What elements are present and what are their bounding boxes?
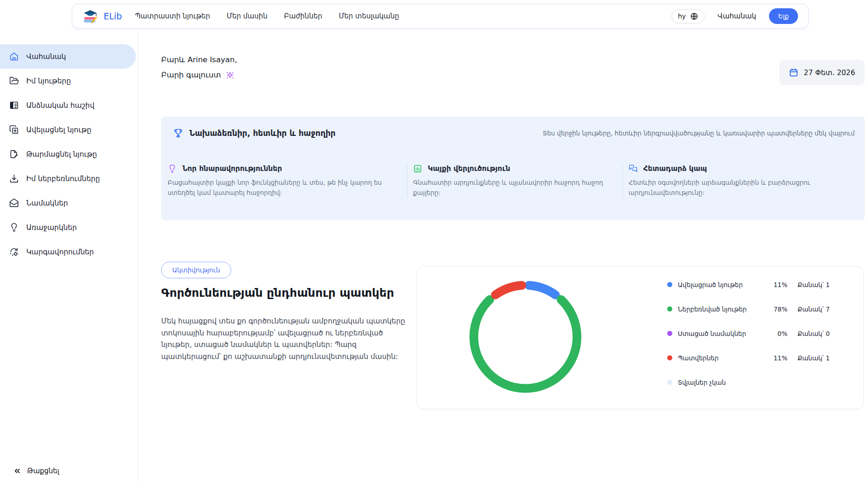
add-document-icon [9, 125, 19, 135]
legend-percent: 78% [766, 306, 787, 313]
brand[interactable]: ELib [82, 9, 122, 24]
activity-chart-card: Ավելացրած նյութեր11%Քանակ՝ 1Ներբեռնված ն… [417, 266, 864, 409]
sidebar: ՎահանակԻմ նյութերըԱնձնական հաշիվԱվելացնե… [0, 32, 138, 482]
hero-title-text: Նախաձեռնիր, հետևիր և հաջողիր [189, 129, 336, 138]
main-content: Բարև Arine Isayan, Բարի գալուստ [138, 32, 868, 482]
sidebar-menu: ՎահանակԻմ նյութերըԱնձնական հաշիվԱվելացնե… [0, 32, 138, 264]
sidebar-item-label: Առաջարկներ [26, 223, 77, 232]
navbar-link[interactable]: Բաժիններ [284, 12, 322, 20]
brand-name: ELib [104, 11, 122, 21]
sidebar-item[interactable]: Ավելացնել նյութը [0, 118, 138, 142]
edit-document-icon [9, 149, 19, 159]
chart-legend: Ավելացրած նյութեր11%Քանակ՝ 1Ներբեռնված ն… [667, 272, 842, 394]
sidebar-item-label: Կարգավորումներ [26, 248, 94, 256]
legend-label: Պատվերներ [678, 354, 766, 362]
legend-dot [667, 355, 672, 360]
globe-icon [690, 12, 698, 20]
navbar-link[interactable]: Մեր մասին [227, 12, 267, 20]
legend-percent: 0% [766, 330, 787, 337]
chevrons-left-icon [13, 467, 21, 475]
activity-description: Մեկ հայացքով տես քո գործունեության ամբող… [161, 316, 415, 363]
greeting-line2: Բարի գալուստ [161, 71, 221, 79]
legend-count: Քանակ՝ 7 [798, 306, 842, 313]
dashboard-link[interactable]: Վահանակ [717, 12, 756, 20]
donut-segment [495, 285, 522, 295]
greeting-line1: Բարև Arine Isayan, [161, 56, 237, 64]
feature-text: Բացահայտիր կայքի նոր ֆունկցիաները և տես,… [168, 178, 393, 198]
sidebar-item[interactable]: Իմ նյութերը [0, 69, 138, 93]
date-text: 27 Փետ. 2026 [804, 69, 855, 77]
sidebar-item[interactable]: Առաջարկներ [0, 215, 138, 240]
activity-badge[interactable]: Ակտիվություն [161, 262, 231, 278]
navbar-link[interactable]: Մեր տեսլականը [339, 12, 399, 20]
download-icon [9, 174, 19, 183]
hero-feature: Կայքի վերլուծությունԳնահատիր արդյունքներ… [407, 164, 623, 198]
legend-percent: 11% [766, 281, 787, 288]
sidebar-item[interactable]: Թարմացնել նյութը [0, 142, 138, 166]
legend-dot [667, 331, 672, 336]
legend-label: Ավելացրած նյութեր [678, 281, 766, 288]
sidebar-item[interactable]: Իմ ներբեռնումները [0, 166, 138, 191]
donut-chart [456, 268, 594, 406]
sidebar-item-label: Նամակներ [26, 199, 68, 207]
sidebar-item-label: Ավելացնել նյութը [26, 126, 91, 134]
lightbulb-icon [9, 223, 19, 232]
legend-count: Քանակ՝ 1 [798, 281, 842, 288]
hero-card: Նախաձեռնիր, հետևիր և հաջողիր Տես վերջին … [161, 117, 865, 220]
legend-label: Տվյալներ չկան [678, 379, 766, 386]
legend-row: Պատվերներ11%Քանակ՝ 1 [667, 346, 842, 370]
topbar-right: hy Վահանակ Ելք [671, 8, 798, 24]
navbar-links: Պատրաստի նյութերՄեր մասինԲաժիններՄեր տես… [135, 12, 399, 20]
sparkle-icon [225, 71, 235, 80]
donut-segment [474, 300, 577, 388]
hero-feature: Հետադարձ կապՀետևիր օգտվողների արձագանքնե… [623, 164, 865, 198]
trophy-icon [173, 128, 183, 138]
sidebar-item[interactable]: Կարգավորումներ [0, 240, 138, 264]
folder-open-icon [9, 76, 19, 86]
topbar: ELib Պատրաստի նյութերՄեր մասինԲաժիններՄե… [72, 4, 809, 29]
legend-count: Քանակ՝ 0 [798, 330, 842, 337]
home-icon [9, 52, 19, 61]
legend-row: Տվյալներ չկան [667, 370, 842, 394]
language-selector[interactable]: hy [671, 9, 705, 24]
legend-label: Ներբեռնված նյութեր [678, 306, 766, 313]
hero-subtitle: Տես վերջին նյութերը, հետևիր ներգրավվածու… [542, 129, 855, 137]
activity-title: Գործունեության ընդհանուր պատկեր [161, 286, 394, 300]
greeting: Բարև Arine Isayan, Բարի գալուստ [161, 56, 237, 87]
elib-logo-icon [82, 9, 99, 24]
collapse-label: Թաքցնել [27, 467, 59, 475]
calendar-icon [789, 68, 798, 77]
sidebar-collapse-button[interactable]: Թաքցնել [10, 466, 62, 476]
sidebar-item[interactable]: Վահանակ [0, 44, 136, 69]
sidebar-item-label: Իմ նյութերը [26, 77, 71, 85]
sidebar-item-label: Անձնական հաշիվ [26, 101, 94, 110]
feature-title: Նոր հնարավորություններ [182, 165, 282, 173]
lightbulb-icon [168, 164, 177, 173]
legend-label: Ստացած նամակներ [678, 330, 766, 337]
mail-icon [9, 198, 19, 208]
legend-count: Քանակ՝ 1 [798, 354, 842, 362]
sidebar-item[interactable]: Անձնական հաշիվ [0, 93, 138, 118]
profile-card-icon [9, 100, 19, 110]
legend-dot [667, 380, 672, 385]
feature-text: Գնահատիր արդյունքները և պլանավորիր հաջոր… [413, 178, 609, 198]
sidebar-item-label: Թարմացնել նյութը [26, 150, 97, 159]
navbar-link[interactable]: Պատրաստի նյութեր [135, 12, 210, 20]
dashboard-page: ELib Պատրաստի նյութերՄեր մասինԲաժիններՄե… [0, 0, 868, 482]
date-badge: 27 Փետ. 2026 [779, 60, 865, 85]
sidebar-item[interactable]: Նամակներ [0, 191, 138, 215]
legend-dot [667, 306, 672, 312]
logout-button[interactable]: Ելք [769, 8, 798, 24]
legend-row: Ավելացրած նյութեր11%Քանակ՝ 1 [667, 272, 842, 297]
legend-percent: 11% [766, 354, 787, 362]
hero-feature: Նոր հնարավորություններԲացահայտիր կայքի ն… [161, 164, 407, 198]
donut-segment [529, 285, 555, 295]
sidebar-item-label: Իմ ներբեռնումները [26, 175, 100, 183]
language-code: hy [678, 12, 686, 20]
hero-features: Նոր հնարավորություններԲացահայտիր կայքի ն… [161, 164, 865, 198]
chat-icon [629, 164, 638, 173]
analytics-icon [413, 164, 422, 173]
legend-dot [667, 282, 672, 287]
legend-row: Ներբեռնված նյութեր78%Քանակ՝ 7 [667, 297, 842, 321]
settings-sync-icon [9, 247, 19, 257]
